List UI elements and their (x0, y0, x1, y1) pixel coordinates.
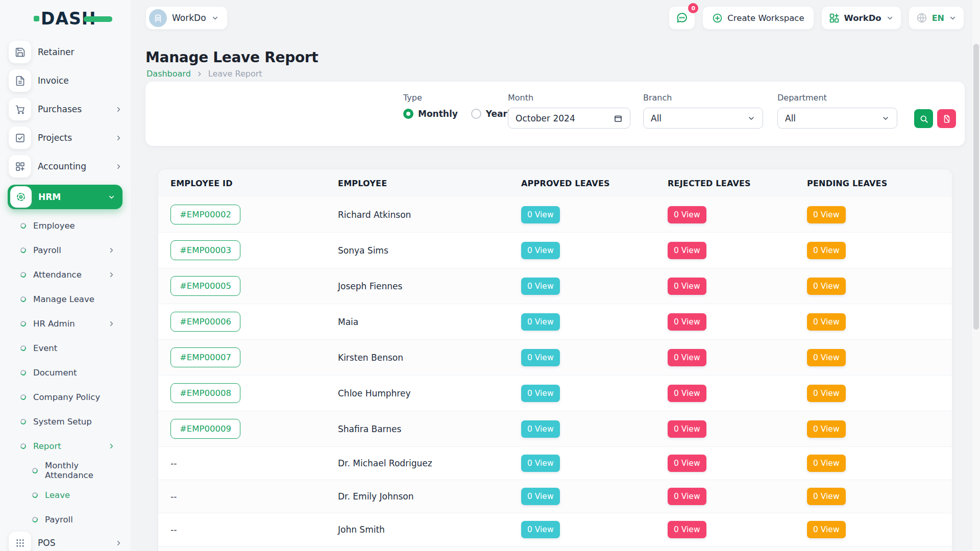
employee-name: Kirsten Benson (338, 340, 521, 375)
sidebar-item-pos[interactable]: POS (9, 532, 122, 551)
approved-view-badge[interactable]: 0 View (521, 242, 560, 259)
save-icon (9, 41, 31, 63)
pending-view-badge[interactable]: 0 View (807, 455, 846, 472)
pending-view-badge[interactable]: 0 View (807, 278, 846, 295)
scrollbar-thumb[interactable] (973, 44, 979, 330)
column-header-pending-leaves: PENDING LEAVES (807, 169, 952, 197)
workspace-switcher[interactable]: WorkDo (145, 6, 228, 30)
rejected-view-badge[interactable]: 0 View (668, 349, 706, 366)
employee-id-button[interactable]: #EMP00005 (170, 276, 240, 296)
employee-id-button[interactable]: #EMP00002 (170, 205, 240, 224)
search-button[interactable] (914, 109, 933, 128)
employee-name: Shafira Barnes (338, 411, 521, 447)
sidebar-subitem-monthly-attendance[interactable]: Monthly Attendance (0, 458, 131, 483)
employee-id-button[interactable]: #EMP00006 (170, 312, 240, 332)
sidebar-item-invoice[interactable]: Invoice (9, 69, 122, 92)
sidebar-subitem-label: Attendance (33, 270, 108, 280)
workdo-menu-button[interactable]: WorkDo (821, 6, 901, 30)
approved-view-badge[interactable]: 0 View (521, 521, 560, 538)
sidebar-subitem-leave[interactable]: Leave (0, 483, 131, 507)
topbar: WorkDo 0 Create Workspace WorkDo EN (131, 0, 971, 36)
sidebar-subitem-label: Payroll (33, 245, 108, 255)
sidebar-subitem-company-policy[interactable]: Company Policy (0, 385, 131, 409)
sidebar: DASH RetainerInvoicePurchasesProjectsAcc… (0, 0, 131, 551)
breadcrumb-dashboard-link[interactable]: Dashboard (146, 69, 191, 79)
sidebar-subitem-manage-leave[interactable]: Manage Leave (0, 287, 131, 311)
approved-view-badge[interactable]: 0 View (521, 488, 560, 505)
pending-view-badge[interactable]: 0 View (807, 420, 846, 438)
approved-view-badge[interactable]: 0 View (521, 420, 560, 438)
sidebar-item-accounting[interactable]: Accounting (9, 155, 122, 178)
type-radio-monthly[interactable]: Monthly (403, 109, 458, 119)
month-label: Month (508, 93, 630, 103)
department-filter-group: Department All (777, 82, 897, 129)
rejected-view-badge[interactable]: 0 View (668, 206, 706, 223)
sidebar-subitem-employee[interactable]: Employee (0, 213, 131, 238)
rejected-view-badge[interactable]: 0 View (668, 521, 706, 538)
sidebar-subitem-document[interactable]: Document (0, 360, 131, 385)
sidebar-subitem-hr-admin[interactable]: HR Admin (0, 311, 131, 336)
file-export-icon (942, 114, 951, 123)
approved-view-badge[interactable]: 0 View (521, 349, 560, 366)
approved-view-badge[interactable]: 0 View (521, 206, 560, 223)
employee-name: Dr. Michael Rodriguez (338, 447, 521, 480)
chevron-right-icon (115, 539, 122, 547)
chat-button[interactable]: 0 (669, 6, 695, 30)
sidebar-subitem-report[interactable]: Report (0, 434, 131, 458)
pending-view-badge[interactable]: 0 View (807, 488, 846, 505)
chevron-right-icon (108, 271, 115, 279)
employee-id-button[interactable]: #EMP00009 (170, 419, 240, 439)
employee-id-button[interactable]: #EMP00003 (170, 240, 240, 260)
workspace-label: WorkDo (172, 13, 206, 23)
create-workspace-button[interactable]: Create Workspace (702, 6, 814, 30)
approved-view-badge[interactable]: 0 View (521, 313, 560, 331)
sidebar-item-hrm[interactable]: HRM (8, 185, 122, 209)
rejected-view-badge[interactable]: 0 View (668, 242, 706, 259)
scrollbar[interactable] (971, 0, 980, 551)
employee-id-button[interactable]: #EMP00007 (170, 347, 240, 367)
rejected-view-badge[interactable]: 0 View (668, 278, 706, 295)
pending-view-badge[interactable]: 0 View (807, 313, 846, 331)
sidebar-item-label: POS (38, 538, 115, 548)
department-select[interactable]: All (777, 108, 897, 129)
pending-view-badge[interactable]: 0 View (807, 206, 846, 223)
sidebar-item-purchases[interactable]: Purchases (9, 98, 122, 120)
rejected-view-badge[interactable]: 0 View (668, 313, 706, 331)
pending-view-badge[interactable]: 0 View (807, 349, 846, 366)
sidebar-item-label: Projects (38, 133, 115, 143)
sidebar-subitem-event[interactable]: Event (0, 336, 131, 360)
approved-view-badge[interactable]: 0 View (521, 385, 560, 402)
employee-name: John Smith (338, 513, 521, 546)
plus-circle-icon (712, 13, 723, 23)
chevron-down-icon (949, 14, 957, 22)
sidebar-subitem-system-setup[interactable]: System Setup (0, 409, 131, 434)
approved-view-badge[interactable]: 0 View (521, 278, 560, 295)
table-header-row: EMPLOYEE IDEMPLOYEEAPPROVED LEAVESREJECT… (158, 169, 952, 197)
rejected-view-badge[interactable]: 0 View (668, 385, 706, 402)
pending-view-badge[interactable]: 0 View (807, 385, 846, 402)
chevron-down-icon (211, 14, 219, 22)
sidebar-subitem-payroll[interactable]: Payroll (0, 507, 131, 532)
rejected-view-badge[interactable]: 0 View (668, 455, 706, 472)
type-filter-group: Type Monthly Yearly (403, 82, 516, 119)
rejected-view-badge[interactable]: 0 View (668, 420, 706, 438)
sidebar-item-retainer[interactable]: Retainer (9, 41, 122, 63)
language-selector[interactable]: EN (909, 6, 964, 30)
employee-id-button[interactable]: #EMP00008 (170, 383, 240, 403)
chevron-down-icon (886, 14, 894, 22)
sidebar-subitem-attendance[interactable]: Attendance (0, 262, 131, 287)
sidebar-item-projects[interactable]: Projects (9, 127, 122, 149)
export-button[interactable] (937, 109, 956, 128)
department-label: Department (777, 93, 897, 103)
chevron-down-icon (108, 193, 115, 201)
ring-icon (19, 344, 27, 352)
branch-value: All (651, 113, 662, 123)
sidebar-subitem-payroll[interactable]: Payroll (0, 238, 131, 262)
month-input[interactable]: October 2024 (508, 108, 630, 129)
approved-view-badge[interactable]: 0 View (521, 455, 560, 472)
pending-view-badge[interactable]: 0 View (807, 242, 846, 259)
branch-select[interactable]: All (643, 108, 763, 129)
pending-view-badge[interactable]: 0 View (807, 521, 846, 538)
rejected-view-badge[interactable]: 0 View (668, 488, 706, 505)
column-header-rejected-leaves: REJECTED LEAVES (668, 169, 807, 197)
